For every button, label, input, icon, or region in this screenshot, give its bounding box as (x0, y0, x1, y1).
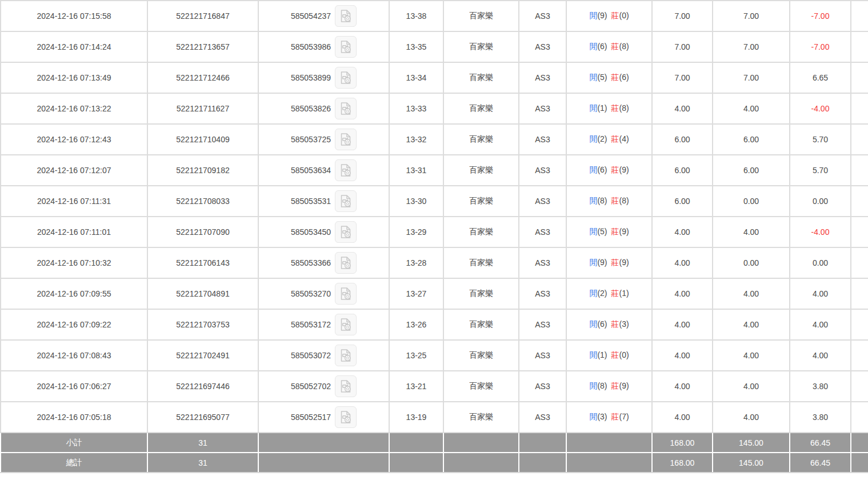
table-name-cell: AS3 (519, 402, 566, 433)
winloss-cell: 3.80 (790, 371, 851, 402)
empty-cell (851, 93, 868, 124)
banker-result-label: 莊 (611, 11, 619, 20)
video-replay-icon (339, 349, 353, 362)
replay-button[interactable] (335, 252, 357, 274)
table-name-cell: AS3 (519, 93, 566, 124)
replay-button[interactable] (335, 5, 357, 27)
valid-bet-cell: 0.00 (713, 186, 790, 217)
result-cell: 閒(3)莊(7) (566, 402, 652, 433)
replay-button[interactable] (335, 221, 357, 243)
bet-id-cell: 522121697446 (147, 371, 258, 402)
winloss-cell: 0.00 (790, 186, 851, 217)
empty-cell (851, 124, 868, 155)
game-round-id: 585053172 (291, 320, 331, 329)
game-round-id: 585053826 (291, 104, 331, 113)
player-result-score: (2) (597, 134, 607, 143)
bet-id-cell: 522121703753 (147, 309, 258, 340)
replay-button[interactable] (335, 314, 357, 335)
game-round-id: 585053366 (291, 258, 331, 267)
valid-bet-cell: 4.00 (713, 309, 790, 340)
bet-time-cell: 2024-12-16 07:08:43 (1, 340, 147, 371)
total-empty-cell (566, 453, 652, 473)
winloss-cell: -4.00 (790, 93, 851, 124)
bet-amount-cell: 7.00 (652, 31, 713, 62)
replay-button[interactable] (335, 375, 357, 397)
player-result-label: 閒 (589, 258, 597, 267)
empty-cell (851, 247, 868, 278)
empty-cell (851, 155, 868, 186)
bet-time-cell: 2024-12-16 07:12:43 (1, 124, 147, 155)
bet-id-cell: 522121712466 (147, 62, 258, 93)
bet-amount-cell: 4.00 (652, 309, 713, 340)
round-number-cell: 13-38 (389, 1, 443, 31)
bet-amount-cell: 4.00 (652, 340, 713, 371)
game-type-cell: 百家樂 (443, 371, 519, 402)
game-round-id: 585052702 (291, 382, 331, 391)
replay-button[interactable] (335, 67, 357, 89)
video-replay-icon (339, 225, 353, 239)
valid-bet-cell: 7.00 (713, 1, 790, 31)
bet-id-cell: 522121710409 (147, 124, 258, 155)
round-number-cell: 13-29 (389, 217, 443, 247)
banker-result-label: 莊 (611, 381, 619, 390)
bet-id-cell: 522121695077 (147, 402, 258, 433)
replay-button[interactable] (335, 159, 357, 181)
total-empty-cell (519, 453, 566, 473)
player-result-score: (5) (597, 227, 607, 236)
bet-time-cell: 2024-12-16 07:06:27 (1, 371, 147, 402)
banker-result-score: (7) (619, 412, 629, 421)
player-result-score: (6) (597, 165, 607, 174)
game-type-cell: 百家樂 (443, 186, 519, 217)
video-replay-icon (339, 287, 353, 301)
bet-amount-cell: 6.00 (652, 124, 713, 155)
total-winloss-total: 66.45 (790, 453, 851, 473)
subtotal-valid-total: 145.00 (713, 433, 790, 453)
result-cell: 閒(2)莊(1) (566, 278, 652, 309)
empty-cell (851, 217, 868, 247)
player-result-label: 閒 (589, 227, 597, 236)
bet-time-cell: 2024-12-16 07:09:55 (1, 278, 147, 309)
replay-button[interactable] (335, 345, 357, 366)
replay-button[interactable] (335, 406, 357, 428)
bet-amount-cell: 7.00 (652, 1, 713, 31)
bet-amount-cell: 4.00 (652, 247, 713, 278)
game-round-id: 585053899 (291, 73, 331, 82)
empty-cell (851, 186, 868, 217)
player-result-label: 閒 (589, 165, 597, 174)
table-name-cell: AS3 (519, 217, 566, 247)
winloss-cell: 6.65 (790, 62, 851, 93)
table-name-cell: AS3 (519, 340, 566, 371)
winloss-cell: 0.00 (790, 247, 851, 278)
replay-button[interactable] (335, 190, 357, 212)
game-round-id-cell: 585052517 (258, 402, 389, 433)
game-type-cell: 百家樂 (443, 247, 519, 278)
player-result-label: 閒 (589, 42, 597, 51)
banker-result-label: 莊 (611, 42, 619, 51)
bet-id-cell: 522121708033 (147, 186, 258, 217)
bet-time-cell: 2024-12-16 07:11:01 (1, 217, 147, 247)
result-cell: 閒(1)莊(0) (566, 340, 652, 371)
banker-result-score: (9) (619, 258, 629, 267)
winloss-cell: 5.70 (790, 155, 851, 186)
subtotal-empty-cell (566, 433, 652, 453)
result-cell: 閒(6)莊(3) (566, 309, 652, 340)
total-empty-cell (258, 453, 389, 473)
round-number-cell: 13-27 (389, 278, 443, 309)
replay-button[interactable] (335, 283, 357, 305)
replay-button[interactable] (335, 36, 357, 58)
game-round-id: 585053725 (291, 135, 331, 144)
table-name-cell: AS3 (519, 31, 566, 62)
banker-result-label: 莊 (611, 350, 619, 359)
game-round-id-cell: 585053986 (258, 31, 389, 62)
total-count: 31 (147, 453, 258, 473)
game-round-id: 585052517 (291, 413, 331, 422)
game-round-id: 585053531 (291, 197, 331, 206)
replay-button[interactable] (335, 129, 357, 150)
game-type-cell: 百家樂 (443, 124, 519, 155)
player-result-label: 閒 (589, 381, 597, 390)
player-result-score: (2) (597, 289, 607, 298)
table-row: 2024-12-16 07:12:43 522121710409 5850537… (1, 124, 868, 155)
game-type-cell: 百家樂 (443, 217, 519, 247)
result-cell: 閒(6)莊(8) (566, 31, 652, 62)
replay-button[interactable] (335, 98, 357, 119)
